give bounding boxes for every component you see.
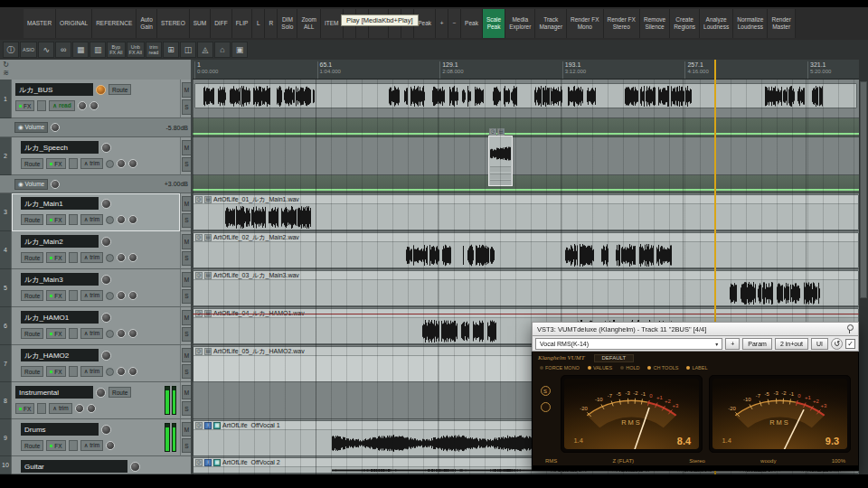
env-arm-button[interactable] [106, 216, 114, 224]
track-name-field[interactable]: Drums [21, 423, 99, 436]
route-button[interactable]: Route [21, 290, 43, 301]
width-knob[interactable] [128, 367, 137, 376]
ui-button[interactable]: UI [811, 338, 828, 350]
scrollbar-thumb[interactable] [860, 81, 867, 298]
pan-knob[interactable] [117, 215, 126, 224]
track-panel-9-drums[interactable]: 9DrumsRouteFX∧ trimMS [0, 419, 193, 456]
width-knob[interactable] [128, 215, 137, 224]
item-grouping-icon[interactable]: ▥ [90, 42, 106, 58]
env-arm-button[interactable] [106, 330, 114, 338]
route-button[interactable]: Route [21, 366, 43, 377]
byp-fx-all-button[interactable]: Byp FX All [107, 42, 125, 58]
solo-button[interactable]: S [182, 157, 192, 173]
media-item-artoflife-02-main2-wav[interactable]: ◷▤ArtOfLife_02_ルカ_Main2.wav [193, 232, 859, 268]
track-volume-knob[interactable] [101, 313, 111, 323]
item-badge-icon[interactable]: ◷ [195, 348, 203, 355]
route-button[interactable]: Route [108, 387, 131, 398]
toolbar-button-render-fx-stereo[interactable]: Render FX Stereo [604, 9, 640, 38]
timeline-ruler[interactable]: 10:00.00065.11:04.000129.12:08.000193.13… [193, 60, 859, 80]
track-name-field[interactable]: ルカ_HAMO1 [21, 311, 99, 324]
solo-button[interactable]: S [182, 401, 192, 416]
automation-mode-button[interactable]: ∧ trim [80, 214, 103, 225]
env-arm-button[interactable] [106, 368, 114, 376]
io-button[interactable] [69, 252, 78, 263]
track-volume-knob[interactable] [101, 351, 111, 361]
solo-button[interactable]: S [182, 213, 192, 229]
track-name-field[interactable]: ルカ_Main1 [21, 197, 99, 210]
track-name-field[interactable]: Guitar [21, 460, 127, 473]
toolbar-button-original[interactable]: ORIGINAL [56, 9, 92, 38]
pan-knob[interactable] [117, 329, 126, 338]
item-badge-icon[interactable]: ◷ [195, 234, 203, 241]
item-badge-icon[interactable]: ◷ [489, 128, 496, 136]
track-volume-knob[interactable] [101, 425, 111, 435]
fx-button[interactable]: FX [46, 366, 65, 377]
plugin-footer-woody[interactable]: woody [760, 458, 776, 464]
plugin-footer-z-flat[interactable]: Z (FLAT) [613, 458, 635, 464]
envelope-label[interactable]: ◉ Volume [14, 122, 48, 133]
add-preset-button[interactable]: + [725, 338, 740, 350]
vertical-scrollbar[interactable] [859, 60, 868, 474]
preset-dropdown[interactable]: Vocal RMS(K-14) ▾ [535, 338, 722, 350]
mute-button[interactable]: M [182, 272, 192, 287]
item-bus-mix[interactable] [194, 83, 857, 108]
plugin-footer-100[interactable]: 100% [832, 458, 845, 464]
toolbar-button-master[interactable]: MASTER [24, 9, 56, 38]
plugin-footer-rms[interactable]: RMS [545, 458, 557, 464]
io-button[interactable] [37, 100, 46, 111]
toolbar-button-remove-silence[interactable]: Remove Silence [640, 9, 670, 38]
fx-button[interactable]: FX [46, 328, 65, 339]
width-knob[interactable] [90, 101, 99, 110]
fx-button[interactable]: FX [46, 158, 65, 169]
automation-mode-button[interactable]: ∧ trim [80, 290, 103, 301]
item-badge-icon[interactable]: ◷ [195, 272, 203, 279]
media-item-speech-clip[interactable]: ◷▤ [488, 136, 513, 186]
track-volume-knob[interactable] [101, 237, 111, 247]
media-item-artoflife-01-main1-wav[interactable]: ◷▤ArtOfLife_01_ルカ_Main1.wav [193, 194, 859, 230]
item-badge-icon[interactable]: ◷ [195, 459, 203, 466]
pan-knob[interactable] [106, 441, 115, 450]
solo-button[interactable]: S [182, 289, 192, 305]
pin-icon[interactable] [845, 324, 854, 333]
plugin-option-values[interactable]: VALUES [588, 365, 612, 371]
track-volume-knob[interactable] [130, 462, 140, 472]
track-panel-3-main1[interactable]: 3ルカ_Main1RouteFX∧ trimMS [0, 193, 193, 231]
mute-button[interactable]: M [182, 234, 192, 249]
track-name-field[interactable]: Instrumental [15, 386, 93, 399]
grid-icon[interactable]: ▦ [72, 42, 89, 58]
pan-knob[interactable] [78, 101, 87, 110]
automation-mode-button[interactable]: ∧ trim [80, 158, 103, 169]
track-volume-knob[interactable] [96, 388, 106, 398]
link-icon[interactable]: ∞ [55, 42, 71, 58]
io-button[interactable] [69, 328, 78, 339]
solo-button[interactable]: S [182, 99, 192, 115]
crossfade-icon[interactable]: ∿ [38, 42, 54, 58]
fx-enable-checkbox[interactable]: ✓ [845, 339, 855, 349]
track-name-field[interactable]: ルカ_BUS [15, 83, 93, 96]
solo-button[interactable]: S [182, 364, 192, 379]
toolbar-button-render-fx-mono[interactable]: Render FX Mono [567, 9, 603, 38]
route-button[interactable]: Route [21, 440, 43, 451]
item-badge-icon[interactable]: ▤ [204, 234, 212, 241]
env-arm-button[interactable] [106, 292, 114, 300]
plugin-option-label[interactable]: LABEL [686, 365, 707, 371]
toolbar-button-auto-gain[interactable]: Auto Gain [137, 9, 157, 38]
toolbar-button-normalize-loudness[interactable]: Normalize Loudness [733, 9, 768, 38]
track-panel-2-speech[interactable]: 2ルカ_SpeechRouteFX∧ trimMS [0, 137, 193, 175]
toolbar-button-l[interactable]: L [252, 9, 265, 38]
toolbar-button-scale-peak[interactable]: Scale Peak [483, 9, 505, 38]
pan-knob[interactable] [75, 404, 84, 413]
mute-button[interactable]: M [182, 140, 192, 155]
route-button[interactable]: Route [21, 158, 43, 169]
undo-icon[interactable]: ↻ [3, 61, 9, 69]
width-knob[interactable] [128, 253, 137, 262]
route-button[interactable]: Route [21, 214, 43, 225]
mute-button[interactable]: M [182, 348, 192, 362]
routing-matrix-icon[interactable]: ⊞ [163, 42, 179, 58]
fx-chain-window[interactable]: VST3: VUMTdeluxe (Klanghelm) - Track 11 … [532, 322, 859, 471]
io-button[interactable] [69, 440, 78, 451]
toolbar-button-track-manager[interactable]: Track Manager [535, 9, 567, 38]
item-badge-icon[interactable]: ▤ [204, 348, 212, 355]
toolbar-button-reference[interactable]: REFERENCE [92, 9, 137, 38]
track-panel-8-instrumental[interactable]: 8InstrumentalRouteFX∧ trimMS [0, 382, 193, 419]
